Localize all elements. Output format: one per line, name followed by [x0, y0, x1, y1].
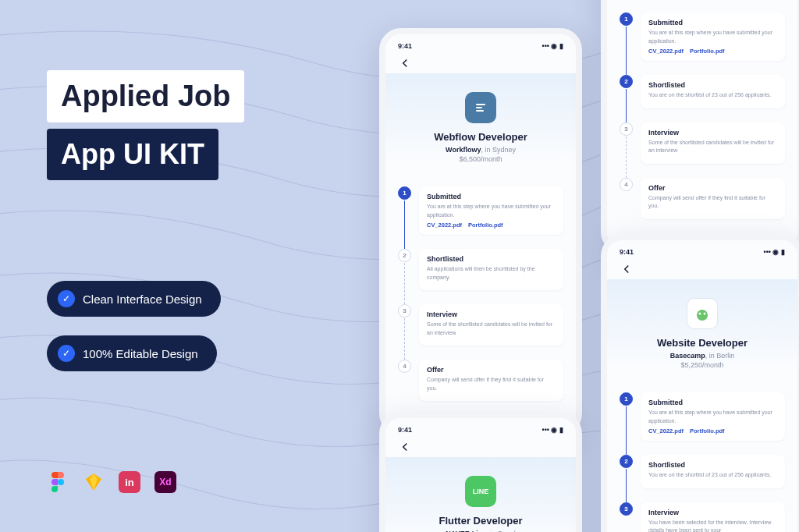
- status-time: 9:41: [398, 426, 412, 434]
- step-card: InterviewSome of the shortlisted candida…: [419, 304, 563, 346]
- svg-point-0: [58, 479, 64, 485]
- timeline-step[interactable]: 1SubmittedYou are at this step where you…: [620, 12, 785, 75]
- step-title: Interview: [648, 129, 777, 137]
- file-link[interactable]: CV_2022.pdf: [427, 222, 462, 229]
- step-number: 4: [398, 360, 411, 373]
- status-icons: ••• ◉ ▮: [764, 248, 785, 256]
- step-card: OfferCompany will send offer if they fin…: [419, 360, 563, 401]
- svg-point-4: [697, 310, 708, 321]
- timeline-step[interactable]: 2ShortlistedAll applications will then b…: [398, 249, 563, 304]
- step-card: ShortlistedYou are on the shortlist of 2…: [641, 455, 785, 488]
- step-title: Shortlisted: [648, 461, 777, 469]
- timeline-step[interactable]: 1SubmittedYou are at this step where you…: [620, 392, 785, 455]
- step-desc: You are on the shortlist of 23 out of 25…: [648, 91, 777, 100]
- step-title: Interview: [648, 509, 777, 516]
- step-desc: You have been selected for the interview…: [648, 519, 777, 533]
- status-time: 9:41: [620, 248, 634, 256]
- file-link[interactable]: CV_2022.pdf: [648, 427, 684, 434]
- job-title: Webflow Developer: [398, 131, 563, 143]
- step-card: SubmittedYou are at this step where you …: [641, 392, 785, 441]
- salary: $5,250/month: [620, 361, 785, 369]
- back-icon[interactable]: [398, 56, 412, 70]
- step-desc: You are at this step where you have subm…: [648, 409, 777, 425]
- step-files: CV_2022.pdfPortfolio.pdf: [427, 222, 556, 229]
- step-number: 3: [398, 304, 411, 317]
- job-title: Website Developer: [620, 337, 785, 349]
- company-logo: [687, 298, 718, 329]
- step-number: 2: [620, 75, 633, 88]
- step-card: SubmittedYou are at this step where you …: [419, 186, 563, 235]
- check-icon: ✓: [58, 345, 75, 362]
- steps-timeline: 1SubmittedYou are at this step where you…: [385, 172, 576, 429]
- status-bar: 9:41 ••• ◉ ▮: [385, 34, 576, 53]
- timeline-step[interactable]: 4OfferCompany will send offer if they fi…: [620, 178, 785, 233]
- file-link[interactable]: Portfolio.pdf: [468, 222, 503, 229]
- step-number: 1: [620, 392, 633, 406]
- step-desc: You are at this step where you have subm…: [648, 29, 777, 45]
- step-desc: Company will send offer if they find it …: [427, 376, 556, 392]
- pill-label: Clean Interface Design: [83, 293, 202, 306]
- file-link[interactable]: CV_2022.pdf: [648, 48, 684, 55]
- phone-mockup-1: 9:41 ••• ◉ ▮ Webflow Developer Workflowy…: [379, 28, 582, 435]
- step-card: InterviewSome of the shortlisted candida…: [641, 122, 785, 164]
- timeline-step[interactable]: 3InterviewYou have been selected for the…: [620, 502, 785, 533]
- job-header: Webflow Developer Workflowy, in Sydney $…: [385, 73, 576, 172]
- company-line: Basecamp, in Berlin: [620, 352, 785, 360]
- status-bar: 9:41 ••• ◉ ▮: [607, 240, 797, 259]
- step-card: InterviewYou have been selected for the …: [641, 502, 785, 533]
- timeline-step[interactable]: 2ShortlistedYou are on the shortlist of …: [620, 75, 785, 122]
- svg-rect-2: [476, 107, 482, 108]
- company-logo: LINE: [465, 476, 496, 507]
- status-bar: 9:41 ••• ◉ ▮: [385, 418, 576, 437]
- tool-icons-row: in Xd: [47, 471, 176, 493]
- svg-rect-3: [476, 110, 484, 112]
- step-desc: Company will send offer if they find it …: [648, 194, 777, 211]
- step-desc: You are on the shortlist of 23 out of 25…: [648, 471, 777, 480]
- step-desc: You are at this step where you have subm…: [427, 203, 556, 219]
- step-number: 2: [398, 249, 411, 262]
- step-title: Submitted: [427, 193, 556, 200]
- step-title: Shortlisted: [427, 255, 556, 263]
- file-link[interactable]: Portfolio.pdf: [690, 48, 725, 55]
- pill-label: 100% Editable Design: [83, 347, 198, 360]
- timeline-step[interactable]: 1SubmittedYou are at this step where you…: [398, 186, 563, 249]
- step-title: Offer: [427, 366, 556, 374]
- svg-rect-1: [476, 104, 485, 105]
- timeline-step[interactable]: 3InterviewSome of the shortlisted candid…: [398, 304, 563, 360]
- company-line: Workflowy, in Sydney: [398, 146, 563, 154]
- timeline-step[interactable]: 4OfferCompany will send offer if they fi…: [398, 360, 563, 415]
- timeline-step[interactable]: 3InterviewSome of the shortlisted candid…: [620, 122, 785, 178]
- step-number: 1: [398, 186, 411, 200]
- step-desc: Some of the shortlisted candidates will …: [427, 321, 556, 337]
- step-number: 1: [620, 12, 633, 26]
- step-card: ShortlistedAll applications will then be…: [419, 249, 563, 290]
- company-logo: [465, 92, 496, 123]
- step-title: Submitted: [648, 399, 777, 406]
- feature-pill-2: ✓ 100% Editable Design: [47, 335, 217, 371]
- back-icon[interactable]: [398, 440, 412, 454]
- phone-mockup-4: 9:41 ••• ◉ ▮ Website Developer Basecamp,…: [601, 234, 799, 532]
- file-link[interactable]: Portfolio.pdf: [690, 427, 725, 434]
- step-title: Shortlisted: [648, 81, 777, 89]
- check-icon: ✓: [58, 290, 75, 307]
- svg-point-6: [704, 313, 706, 315]
- status-icons: ••• ◉ ▮: [542, 426, 563, 434]
- steps-timeline: 1SubmittedYou are at this step where you…: [607, 0, 797, 247]
- step-title: Submitted: [648, 19, 777, 27]
- salary: $6,500/month: [398, 155, 563, 163]
- phone-mockup-3: 9:41 ••• ◉ ▮ LINE Flutter Developer NAVE…: [379, 412, 582, 532]
- step-desc: All applications will then be shortliste…: [427, 265, 556, 282]
- step-number: 4: [620, 178, 633, 191]
- back-icon[interactable]: [620, 262, 634, 276]
- figma-icon: [47, 471, 69, 493]
- invision-icon: in: [119, 471, 140, 493]
- timeline-step[interactable]: 2ShortlistedYou are on the shortlist of …: [620, 455, 785, 502]
- step-card: ShortlistedYou are on the shortlist of 2…: [641, 75, 785, 108]
- promo-title-line2: App UI KIT: [47, 129, 218, 180]
- step-card: OfferCompany will send offer if they fin…: [641, 178, 785, 219]
- job-header: LINE Flutter Developer NAVER Line, in Se…: [385, 457, 576, 532]
- step-title: Interview: [427, 310, 556, 318]
- sketch-icon: [83, 471, 105, 493]
- phone-mockup-2: 1SubmittedYou are at this step where you…: [601, 0, 799, 254]
- job-title: Flutter Developer: [398, 515, 563, 527]
